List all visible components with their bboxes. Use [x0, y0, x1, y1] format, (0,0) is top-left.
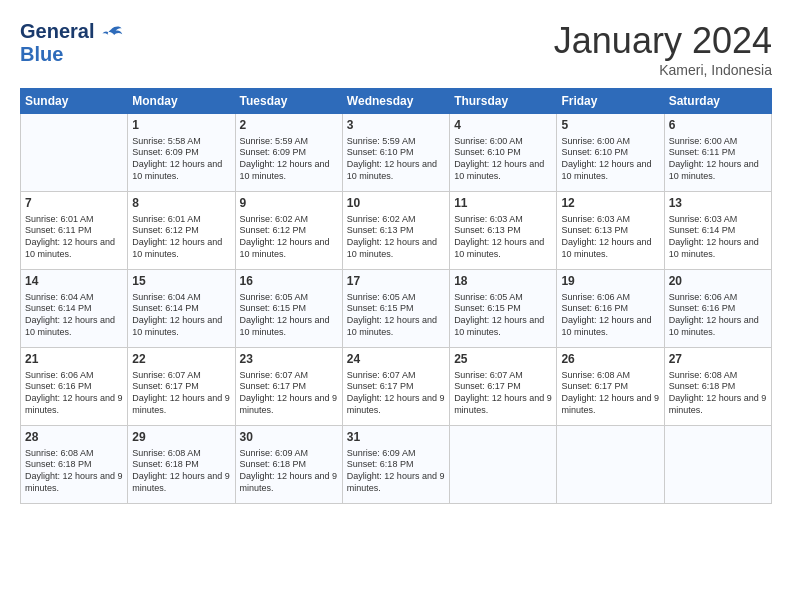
calendar-cell: 6Sunrise: 6:00 AMSunset: 6:11 PMDaylight… [664, 114, 771, 192]
day-number: 27 [669, 352, 767, 368]
calendar-cell: 19Sunrise: 6:06 AMSunset: 6:16 PMDayligh… [557, 270, 664, 348]
day-info: Sunrise: 5:59 AMSunset: 6:10 PMDaylight:… [347, 136, 445, 183]
day-number: 11 [454, 196, 552, 212]
calendar-body: 1Sunrise: 5:58 AMSunset: 6:09 PMDaylight… [21, 114, 772, 504]
calendar-cell: 2Sunrise: 5:59 AMSunset: 6:09 PMDaylight… [235, 114, 342, 192]
calendar-cell: 27Sunrise: 6:08 AMSunset: 6:18 PMDayligh… [664, 348, 771, 426]
day-number: 20 [669, 274, 767, 290]
calendar-week-4: 21Sunrise: 6:06 AMSunset: 6:16 PMDayligh… [21, 348, 772, 426]
day-info: Sunrise: 6:09 AMSunset: 6:18 PMDaylight:… [240, 448, 338, 495]
calendar-cell: 11Sunrise: 6:03 AMSunset: 6:13 PMDayligh… [450, 192, 557, 270]
day-info: Sunrise: 5:58 AMSunset: 6:09 PMDaylight:… [132, 136, 230, 183]
calendar-cell: 25Sunrise: 6:07 AMSunset: 6:17 PMDayligh… [450, 348, 557, 426]
col-sunday: Sunday [21, 89, 128, 114]
title-block: January 2024 Kameri, Indonesia [554, 20, 772, 78]
calendar-cell: 12Sunrise: 6:03 AMSunset: 6:13 PMDayligh… [557, 192, 664, 270]
calendar-week-2: 7Sunrise: 6:01 AMSunset: 6:11 PMDaylight… [21, 192, 772, 270]
calendar-cell: 22Sunrise: 6:07 AMSunset: 6:17 PMDayligh… [128, 348, 235, 426]
calendar-cell: 23Sunrise: 6:07 AMSunset: 6:17 PMDayligh… [235, 348, 342, 426]
day-info: Sunrise: 6:07 AMSunset: 6:17 PMDaylight:… [454, 370, 552, 417]
day-number: 16 [240, 274, 338, 290]
day-number: 10 [347, 196, 445, 212]
day-number: 25 [454, 352, 552, 368]
calendar-cell: 26Sunrise: 6:08 AMSunset: 6:17 PMDayligh… [557, 348, 664, 426]
calendar-cell [664, 426, 771, 504]
page-container: General Blue January 2024 Kameri, Indone… [0, 0, 792, 612]
calendar-cell: 8Sunrise: 6:01 AMSunset: 6:12 PMDaylight… [128, 192, 235, 270]
logo: General Blue [20, 20, 123, 66]
day-info: Sunrise: 6:00 AMSunset: 6:11 PMDaylight:… [669, 136, 767, 183]
calendar-cell: 4Sunrise: 6:00 AMSunset: 6:10 PMDaylight… [450, 114, 557, 192]
day-number: 6 [669, 118, 767, 134]
header: General Blue January 2024 Kameri, Indone… [20, 20, 772, 78]
calendar-cell: 10Sunrise: 6:02 AMSunset: 6:13 PMDayligh… [342, 192, 449, 270]
col-saturday: Saturday [664, 89, 771, 114]
calendar-cell: 13Sunrise: 6:03 AMSunset: 6:14 PMDayligh… [664, 192, 771, 270]
day-info: Sunrise: 6:06 AMSunset: 6:16 PMDaylight:… [25, 370, 123, 417]
calendar-cell: 21Sunrise: 6:06 AMSunset: 6:16 PMDayligh… [21, 348, 128, 426]
day-info: Sunrise: 6:01 AMSunset: 6:11 PMDaylight:… [25, 214, 123, 261]
col-tuesday: Tuesday [235, 89, 342, 114]
day-number: 9 [240, 196, 338, 212]
day-info: Sunrise: 6:02 AMSunset: 6:12 PMDaylight:… [240, 214, 338, 261]
day-info: Sunrise: 6:04 AMSunset: 6:14 PMDaylight:… [132, 292, 230, 339]
day-number: 2 [240, 118, 338, 134]
calendar-cell: 14Sunrise: 6:04 AMSunset: 6:14 PMDayligh… [21, 270, 128, 348]
calendar-cell: 16Sunrise: 6:05 AMSunset: 6:15 PMDayligh… [235, 270, 342, 348]
day-number: 29 [132, 430, 230, 446]
day-number: 30 [240, 430, 338, 446]
col-wednesday: Wednesday [342, 89, 449, 114]
calendar-cell: 28Sunrise: 6:08 AMSunset: 6:18 PMDayligh… [21, 426, 128, 504]
day-info: Sunrise: 6:08 AMSunset: 6:18 PMDaylight:… [132, 448, 230, 495]
day-number: 12 [561, 196, 659, 212]
day-number: 5 [561, 118, 659, 134]
calendar-cell: 17Sunrise: 6:05 AMSunset: 6:15 PMDayligh… [342, 270, 449, 348]
day-info: Sunrise: 6:05 AMSunset: 6:15 PMDaylight:… [240, 292, 338, 339]
day-number: 3 [347, 118, 445, 134]
location-subtitle: Kameri, Indonesia [554, 62, 772, 78]
col-thursday: Thursday [450, 89, 557, 114]
day-number: 13 [669, 196, 767, 212]
calendar-cell: 31Sunrise: 6:09 AMSunset: 6:18 PMDayligh… [342, 426, 449, 504]
month-title: January 2024 [554, 20, 772, 62]
calendar-cell: 9Sunrise: 6:02 AMSunset: 6:12 PMDaylight… [235, 192, 342, 270]
day-info: Sunrise: 6:07 AMSunset: 6:17 PMDaylight:… [240, 370, 338, 417]
logo-blue: Blue [20, 43, 123, 66]
calendar-week-3: 14Sunrise: 6:04 AMSunset: 6:14 PMDayligh… [21, 270, 772, 348]
day-info: Sunrise: 6:06 AMSunset: 6:16 PMDaylight:… [669, 292, 767, 339]
day-info: Sunrise: 5:59 AMSunset: 6:09 PMDaylight:… [240, 136, 338, 183]
calendar-cell: 18Sunrise: 6:05 AMSunset: 6:15 PMDayligh… [450, 270, 557, 348]
day-info: Sunrise: 6:00 AMSunset: 6:10 PMDaylight:… [454, 136, 552, 183]
day-number: 14 [25, 274, 123, 290]
day-number: 7 [25, 196, 123, 212]
day-number: 17 [347, 274, 445, 290]
day-info: Sunrise: 6:03 AMSunset: 6:14 PMDaylight:… [669, 214, 767, 261]
calendar-cell: 5Sunrise: 6:00 AMSunset: 6:10 PMDaylight… [557, 114, 664, 192]
calendar-cell [450, 426, 557, 504]
calendar-table: Sunday Monday Tuesday Wednesday Thursday… [20, 88, 772, 504]
day-info: Sunrise: 6:07 AMSunset: 6:17 PMDaylight:… [132, 370, 230, 417]
day-info: Sunrise: 6:06 AMSunset: 6:16 PMDaylight:… [561, 292, 659, 339]
calendar-week-1: 1Sunrise: 5:58 AMSunset: 6:09 PMDaylight… [21, 114, 772, 192]
col-friday: Friday [557, 89, 664, 114]
day-info: Sunrise: 6:08 AMSunset: 6:18 PMDaylight:… [669, 370, 767, 417]
calendar-cell: 15Sunrise: 6:04 AMSunset: 6:14 PMDayligh… [128, 270, 235, 348]
calendar-cell: 3Sunrise: 5:59 AMSunset: 6:10 PMDaylight… [342, 114, 449, 192]
day-info: Sunrise: 6:01 AMSunset: 6:12 PMDaylight:… [132, 214, 230, 261]
day-info: Sunrise: 6:03 AMSunset: 6:13 PMDaylight:… [561, 214, 659, 261]
calendar-cell: 30Sunrise: 6:09 AMSunset: 6:18 PMDayligh… [235, 426, 342, 504]
day-info: Sunrise: 6:05 AMSunset: 6:15 PMDaylight:… [347, 292, 445, 339]
day-info: Sunrise: 6:02 AMSunset: 6:13 PMDaylight:… [347, 214, 445, 261]
day-info: Sunrise: 6:08 AMSunset: 6:18 PMDaylight:… [25, 448, 123, 495]
logo-text: General [20, 20, 123, 45]
day-number: 4 [454, 118, 552, 134]
calendar-cell: 20Sunrise: 6:06 AMSunset: 6:16 PMDayligh… [664, 270, 771, 348]
day-info: Sunrise: 6:00 AMSunset: 6:10 PMDaylight:… [561, 136, 659, 183]
day-number: 31 [347, 430, 445, 446]
day-number: 19 [561, 274, 659, 290]
day-number: 1 [132, 118, 230, 134]
day-info: Sunrise: 6:09 AMSunset: 6:18 PMDaylight:… [347, 448, 445, 495]
calendar-cell [557, 426, 664, 504]
day-info: Sunrise: 6:05 AMSunset: 6:15 PMDaylight:… [454, 292, 552, 339]
day-info: Sunrise: 6:08 AMSunset: 6:17 PMDaylight:… [561, 370, 659, 417]
